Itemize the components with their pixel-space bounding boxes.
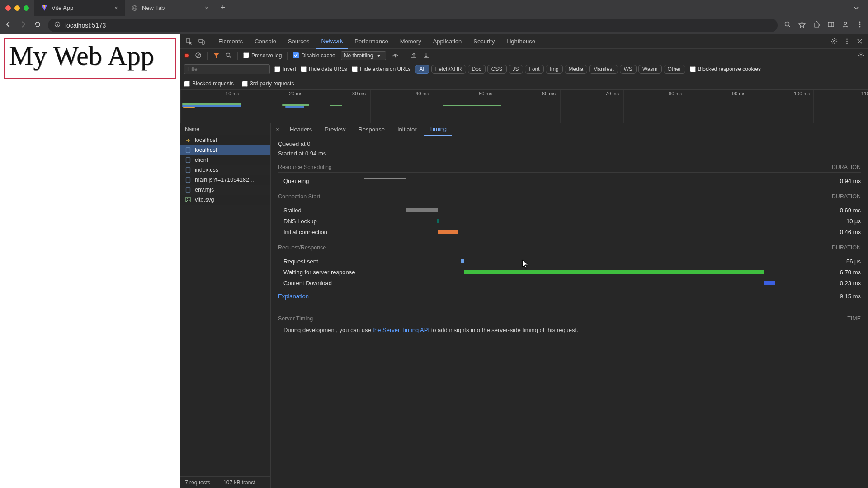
- overview-tick: 80 ms: [669, 91, 682, 96]
- detail-tab-timing[interactable]: Timing: [424, 123, 453, 136]
- extensions-icon[interactable]: [813, 21, 820, 29]
- hide-data-urls-checkbox[interactable]: Hide data URLs: [301, 66, 347, 72]
- forward-button[interactable]: [19, 20, 27, 30]
- clear-button[interactable]: [195, 52, 202, 59]
- device-toolbar-icon[interactable]: [196, 36, 208, 47]
- timing-row: Queueing0.94 ms: [278, 175, 861, 186]
- network-conditions-icon[interactable]: [392, 52, 399, 59]
- minimize-window-button[interactable]: [14, 5, 20, 11]
- export-har-icon[interactable]: [423, 52, 429, 59]
- panel-tab-sources[interactable]: Sources: [283, 34, 315, 49]
- url-input[interactable]: localhost:5173: [48, 19, 778, 32]
- type-filter-media[interactable]: Media: [565, 65, 588, 74]
- back-button[interactable]: [5, 20, 13, 30]
- type-filter-font[interactable]: Font: [525, 65, 544, 74]
- inspect-element-icon[interactable]: [183, 36, 195, 47]
- panel-tab-security[interactable]: Security: [468, 34, 500, 49]
- request-name: index.css: [195, 167, 218, 173]
- request-row[interactable]: main.js?t=171094182…: [180, 175, 270, 185]
- blocked-requests-checkbox[interactable]: Blocked requests: [184, 80, 234, 87]
- type-filter-other[interactable]: Other: [664, 65, 685, 74]
- filter-input[interactable]: [184, 64, 270, 74]
- panel-tab-performance[interactable]: Performance: [349, 34, 393, 49]
- chrome-menu-button[interactable]: [850, 2, 863, 14]
- svg-rect-38: [186, 168, 190, 173]
- network-overview[interactable]: 10 ms20 ms30 ms40 ms50 ms60 ms70 ms80 ms…: [180, 90, 868, 123]
- type-filter-doc[interactable]: Doc: [468, 65, 486, 74]
- search-icon[interactable]: [225, 52, 232, 59]
- close-tab-icon[interactable]: ×: [205, 5, 208, 12]
- settings-icon[interactable]: [828, 36, 840, 47]
- filter-icon[interactable]: [213, 52, 220, 59]
- devtools-panel-tabs: ElementsConsoleSourcesNetworkPerformance…: [180, 34, 868, 49]
- type-filter-all[interactable]: All: [415, 65, 429, 74]
- page-heading: My Web App: [9, 42, 171, 70]
- bookmark-icon[interactable]: [798, 21, 806, 29]
- svg-rect-12: [828, 22, 834, 27]
- detail-tab-initiator[interactable]: Initiator: [392, 123, 422, 136]
- panel-tab-memory[interactable]: Memory: [395, 34, 427, 49]
- panel-tab-lighthouse[interactable]: Lighthouse: [501, 34, 541, 49]
- playhead[interactable]: [370, 90, 370, 123]
- type-filter-manifest[interactable]: Manifest: [589, 65, 618, 74]
- type-filter-fetchxhr[interactable]: Fetch/XHR: [431, 65, 466, 74]
- browser-tab[interactable]: New Tab ×: [125, 0, 215, 16]
- panel-tab-network[interactable]: Network: [316, 34, 349, 49]
- type-filter-wasm[interactable]: Wasm: [638, 65, 662, 74]
- zoom-icon[interactable]: [784, 21, 791, 29]
- new-tab-button[interactable]: +: [215, 0, 231, 16]
- timing-label: Queueing: [278, 178, 364, 184]
- type-filter-ws[interactable]: WS: [620, 65, 637, 74]
- timing-bar: [438, 230, 458, 234]
- request-list-header[interactable]: Name: [180, 123, 270, 135]
- type-filter-css[interactable]: CSS: [487, 65, 507, 74]
- third-party-checkbox[interactable]: 3rd-party requests: [242, 80, 294, 87]
- import-har-icon[interactable]: [410, 52, 417, 59]
- profile-icon[interactable]: [842, 21, 849, 29]
- sidepanel-icon[interactable]: [827, 21, 835, 29]
- close-devtools-icon[interactable]: [854, 36, 865, 47]
- preserve-log-checkbox[interactable]: Preserve log: [243, 52, 282, 59]
- type-filter-js[interactable]: JS: [509, 65, 523, 74]
- request-row[interactable]: localhost: [180, 135, 270, 145]
- reload-button[interactable]: [33, 20, 42, 30]
- more-icon[interactable]: [841, 36, 853, 47]
- close-detail-icon[interactable]: ×: [273, 127, 283, 133]
- server-timing-api-link[interactable]: the Server Timing API: [373, 327, 429, 333]
- disable-cache-checkbox[interactable]: Disable cache: [293, 52, 335, 59]
- panel-tab-elements[interactable]: Elements: [213, 34, 248, 49]
- close-window-button[interactable]: [5, 5, 11, 11]
- site-info-icon[interactable]: [54, 21, 61, 29]
- record-button[interactable]: [184, 53, 189, 58]
- throttling-select[interactable]: No throttling ▾: [341, 51, 386, 60]
- close-tab-icon[interactable]: ×: [114, 5, 118, 12]
- svg-marker-5: [35, 23, 37, 25]
- request-row[interactable]: env.mjs: [180, 185, 270, 195]
- hide-ext-urls-checkbox[interactable]: Hide extension URLs: [352, 66, 411, 72]
- panel-tab-console[interactable]: Console: [249, 34, 282, 49]
- detail-tab-preview[interactable]: Preview: [319, 123, 351, 136]
- blocked-cookies-checkbox[interactable]: Blocked response cookies: [690, 66, 761, 72]
- svg-line-10: [789, 26, 791, 28]
- server-timing-heading: Server Timing: [278, 315, 313, 322]
- request-row[interactable]: vite.svg: [180, 195, 270, 205]
- traffic-lights: [5, 5, 29, 11]
- detail-tab-response[interactable]: Response: [353, 123, 390, 136]
- chevron-down-icon: ▾: [377, 52, 380, 59]
- request-row[interactable]: client: [180, 155, 270, 165]
- type-filter-img[interactable]: Img: [546, 65, 563, 74]
- queued-at: Queued at 0: [278, 141, 861, 147]
- kebab-menu-icon[interactable]: [856, 21, 863, 29]
- invert-checkbox[interactable]: Invert: [274, 66, 296, 72]
- request-row[interactable]: index.css: [180, 165, 270, 175]
- explanation-link[interactable]: Explanation: [278, 293, 309, 300]
- panel-tab-application[interactable]: Application: [428, 34, 467, 49]
- network-settings-icon[interactable]: [858, 52, 864, 59]
- overview-tick: 60 ms: [542, 91, 556, 96]
- duration-header: DURATION: [832, 244, 861, 251]
- zoom-window-button[interactable]: [24, 5, 29, 11]
- globe-icon: [131, 5, 138, 12]
- detail-tab-headers[interactable]: Headers: [284, 123, 317, 136]
- browser-tab[interactable]: Vite App ×: [34, 0, 125, 16]
- request-row[interactable]: localhost: [180, 145, 270, 155]
